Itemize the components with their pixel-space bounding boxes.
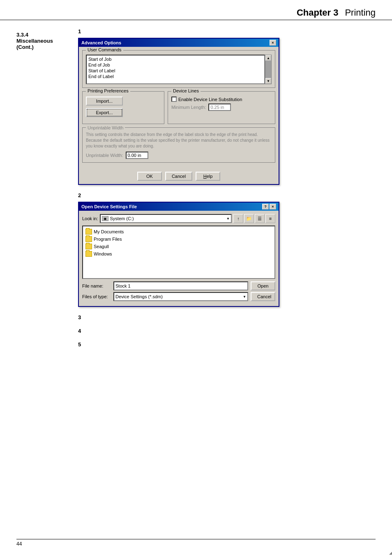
step-4-block: 4 xyxy=(78,328,376,334)
lookin-value: System (C:) xyxy=(110,216,134,221)
open-device-file-dialog: Open Device Settings File ? × Look in: xyxy=(78,202,279,307)
filetype-row: Files of type: Device Settings (*.sdm) ▼… xyxy=(82,292,275,301)
page: Chapter 3 Printing 3.3.4 Miscellaneous (… xyxy=(0,0,392,555)
open-button[interactable]: Open xyxy=(251,281,275,290)
folder-icon-programfiles xyxy=(85,236,92,242)
list-item-end-job[interactable]: End of Job xyxy=(88,62,263,68)
device-lines-col: Device Lines Enable Device Line Substitu… xyxy=(168,91,275,127)
filetype-arrow: ▼ xyxy=(243,295,246,299)
folder-icon-windows xyxy=(85,251,92,257)
step-5-number: 5 xyxy=(78,341,376,348)
step-1-block: 1 Advanced Options × User Commands xyxy=(78,28,376,185)
unprintable-group-label: Unprintable Width xyxy=(86,124,125,131)
unprintable-value-row: Unprintable Width: xyxy=(86,152,272,159)
file-item-programfiles[interactable]: Program Files xyxy=(85,235,273,243)
dialog-body: User Commands Start of Job End of Job St… xyxy=(79,47,279,169)
lookin-row: Look in: ▣ System (C:) ▼ ↑ 📁 xyxy=(82,214,275,223)
step-5-block: 5 xyxy=(78,341,376,348)
list-view-button[interactable]: ☰ xyxy=(255,214,265,223)
printing-prefs-col: Printing Preferences Import... Export... xyxy=(82,91,164,127)
resize-grip[interactable]: ◢ xyxy=(387,550,392,555)
file-dialog-title: Open Device Settings File xyxy=(81,204,137,209)
file-area: My Documents Program Files Seagull xyxy=(82,226,275,279)
unprintable-width-group: Unprintable Width This setting controls … xyxy=(82,127,275,163)
details-view-button[interactable]: ≡ xyxy=(265,214,275,223)
lookin-label: Look in: xyxy=(82,216,98,221)
lookin-arrow: ▼ xyxy=(226,217,230,221)
advanced-options-dialog: Advanced Options × User Commands xyxy=(78,38,279,185)
file-close-button[interactable]: × xyxy=(270,204,276,210)
step-2-number: 2 xyxy=(78,192,376,198)
lookin-dropdown[interactable]: ▣ System (C:) ▼ xyxy=(100,214,232,223)
page-footer: 44 xyxy=(16,539,376,547)
dialog-titlebar: Advanced Options × xyxy=(79,39,279,47)
close-button[interactable]: × xyxy=(270,40,276,46)
step-4-number: 4 xyxy=(78,328,376,334)
file-item-seagull-label: Seagull xyxy=(94,244,109,249)
user-commands-label: User Commands xyxy=(86,47,123,52)
filename-input[interactable] xyxy=(113,281,248,290)
unprintable-width-label: Unprintable Width: xyxy=(86,152,123,159)
enable-checkbox[interactable] xyxy=(171,97,177,102)
scroll-up-arrow[interactable]: ▲ xyxy=(265,55,271,61)
step-2-block: 2 Open Device Settings File ? × Look in: xyxy=(78,192,376,307)
section-number: 3.3.4 xyxy=(16,32,66,38)
min-length-input[interactable] xyxy=(208,104,231,111)
unprintable-desc: This setting controls the distance from … xyxy=(86,132,272,149)
nav-up-button[interactable]: ↑ xyxy=(233,214,243,223)
scroll-down-arrow[interactable]: ▼ xyxy=(265,78,271,84)
prefs-and-device-row: Printing Preferences Import... Export... xyxy=(82,91,275,127)
enable-checkbox-label: Enable Device Line Substitution xyxy=(178,97,242,102)
lookin-dropdown-content: ▣ System (C:) xyxy=(102,216,134,221)
file-item-programfiles-label: Program Files xyxy=(94,237,122,242)
folder-icon-seagull xyxy=(85,244,92,249)
file-item-mydocs[interactable]: My Documents xyxy=(85,228,273,235)
unprintable-content: This setting controls the distance from … xyxy=(86,132,272,159)
list-item-start-job[interactable]: Start of Job xyxy=(88,56,263,62)
min-length-label: Minimum Length: xyxy=(171,105,206,110)
scroll-track xyxy=(265,61,271,78)
user-commands-group: User Commands Start of Job End of Job St… xyxy=(82,50,275,88)
filetype-dropdown[interactable]: Device Settings (*.sdm) ▼ xyxy=(113,292,248,301)
listbox-scroll-container: Start of Job End of Job Start of Label E… xyxy=(86,55,272,84)
cancel-button[interactable]: Cancel xyxy=(165,172,192,181)
list-item-end-label[interactable]: End of Label xyxy=(88,74,263,79)
export-button[interactable]: Export... xyxy=(86,108,123,117)
filename-row: File name: Open xyxy=(82,281,275,290)
chapter-label: Chapter 3 xyxy=(297,7,338,18)
import-button[interactable]: Import... xyxy=(86,97,123,106)
filetype-cancel-button[interactable]: Cancel xyxy=(251,292,275,301)
section-title: Miscellaneous xyxy=(16,38,66,44)
list-item-start-label[interactable]: Start of Label xyxy=(88,68,263,74)
file-dialog-body: Look in: ▣ System (C:) ▼ ↑ 📁 xyxy=(79,211,279,306)
file-toolbar-icons: ↑ 📁 ☰ ≡ xyxy=(233,214,275,223)
ok-button[interactable]: OK xyxy=(137,172,162,181)
file-item-mydocs-label: My Documents xyxy=(94,229,124,234)
device-lines-label: Device Lines xyxy=(171,88,201,93)
folder-icon-mydocs xyxy=(85,229,92,235)
file-item-seagull[interactable]: Seagull xyxy=(85,243,273,250)
user-commands-listbox[interactable]: Start of Job End of Job Start of Label E… xyxy=(86,55,265,84)
drive-icon: ▣ xyxy=(102,216,108,221)
filetype-value: Device Settings (*.sdm) xyxy=(115,294,163,299)
user-commands-content: Start of Job End of Job Start of Label E… xyxy=(86,55,272,84)
enable-checkbox-row: Enable Device Line Substitution xyxy=(171,97,272,102)
sidebar: 3.3.4 Miscellaneous (Cont.) xyxy=(0,20,74,363)
help-icon-button[interactable]: ? xyxy=(262,204,269,210)
titlebar-buttons: × xyxy=(270,40,276,46)
printing-prefs-group: Printing Preferences Import... Export... xyxy=(82,91,164,124)
page-header: Chapter 3 Printing xyxy=(0,0,392,20)
filetype-label: Files of type: xyxy=(82,294,111,299)
content-area: 3.3.4 Miscellaneous (Cont.) 1 Advanced O… xyxy=(0,20,392,363)
filename-label: File name: xyxy=(82,283,111,288)
printing-prefs-content: Import... Export... xyxy=(86,97,161,117)
help-button[interactable]: Help xyxy=(196,172,220,181)
step-1-number: 1 xyxy=(78,28,376,35)
device-lines-content: Enable Device Line Substitution Minimum … xyxy=(171,97,272,111)
file-dialog-titlebar: Open Device Settings File ? × xyxy=(79,203,279,211)
file-item-windows-label: Windows xyxy=(94,251,112,256)
new-folder-button[interactable]: 📁 xyxy=(244,214,254,223)
printing-prefs-label: Printing Preferences xyxy=(86,88,130,93)
file-item-windows[interactable]: Windows xyxy=(85,250,273,258)
unprintable-width-input[interactable] xyxy=(126,152,148,159)
